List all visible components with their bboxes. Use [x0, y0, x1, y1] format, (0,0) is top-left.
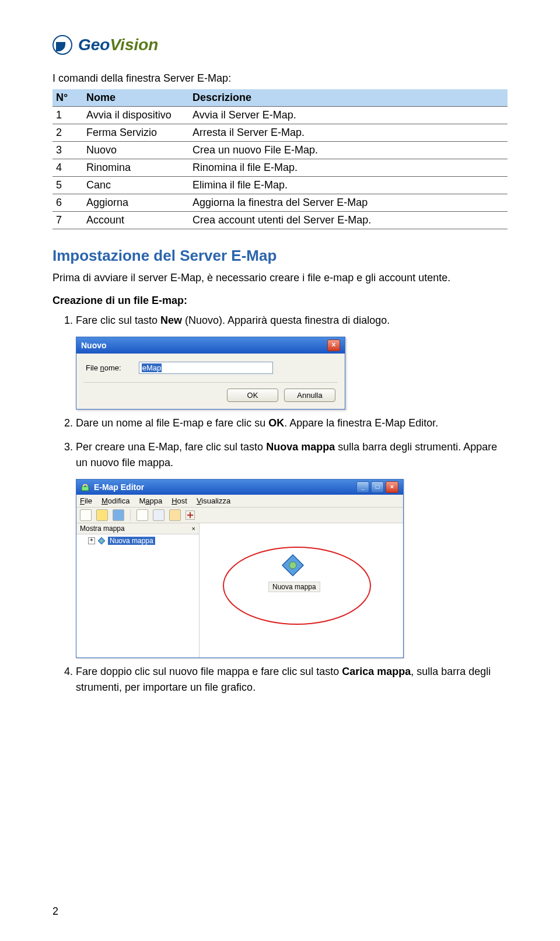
menu-item[interactable]: File — [80, 496, 92, 505]
editor-window: E-Map Editor _ □ × FileModificaMappaHost… — [76, 479, 404, 658]
steps-list: Fare clic sul tasto New (Nuovo). Apparir… — [52, 313, 508, 328]
close-icon[interactable]: × — [386, 481, 398, 493]
editor-canvas: Nuova mappa — [200, 523, 403, 657]
editor-titlebar: E-Map Editor _ □ × — [76, 480, 403, 495]
col-nome: Nome — [83, 89, 189, 107]
table-row: 3NuovoCrea un nuovo File E-Map. — [52, 142, 508, 159]
section-intro: Prima di avviare il server E-Map, è nece… — [52, 271, 508, 285]
steps-list-cont: Dare un nome al file E-map e fare clic s… — [52, 415, 508, 471]
table-cell: 5 — [52, 177, 83, 194]
table-cell: 3 — [52, 142, 83, 159]
file-name-label: File nome: — [86, 363, 121, 372]
menu-item[interactable]: Mappa — [139, 496, 162, 505]
table-cell: 1 — [52, 107, 83, 124]
menu-item[interactable]: Visualizza — [197, 496, 230, 505]
figure-editor: E-Map Editor _ □ × FileModificaMappaHost… — [76, 479, 508, 658]
canvas-caption: Nuova mappa — [268, 582, 320, 592]
table-row: 1Avvia il dispositivoAvvia il Server E-M… — [52, 107, 508, 124]
table-row: 7AccountCrea account utenti del Server E… — [52, 212, 508, 229]
step-4: Fare doppio clic sul nuovo file mappa e … — [76, 664, 508, 695]
table-cell: Canc — [83, 177, 189, 194]
delete-icon[interactable] — [186, 510, 195, 520]
table-cell: Crea un nuovo File E-Map. — [189, 142, 508, 159]
brand-logo: GeoVision — [52, 35, 508, 55]
table-cell: Nuovo — [83, 142, 189, 159]
menu-item[interactable]: Host — [172, 496, 187, 505]
close-icon[interactable]: × — [327, 340, 340, 351]
tree-close-icon[interactable]: × — [192, 525, 195, 532]
logo-text: GeoVision — [78, 36, 158, 54]
subheading: Creazione di un file E-map: — [52, 295, 508, 307]
new-map-icon[interactable] — [281, 554, 304, 577]
logo-mark-icon — [52, 35, 72, 55]
ok-button[interactable]: OK — [227, 389, 278, 402]
dialog-titlebar: Nuovo × — [76, 337, 345, 354]
toolbar — [76, 508, 403, 523]
cancel-button[interactable]: Annulla — [284, 389, 335, 402]
svg-rect-0 — [82, 487, 89, 491]
tree-item-label: Nuova mappa — [108, 537, 155, 545]
table-cell: Avvia il Server E-Map. — [189, 107, 508, 124]
table-cell: Elimina il file E-Map. — [189, 177, 508, 194]
file-name-input[interactable]: eMap — [139, 362, 273, 374]
table-cell: Arresta il Server E-Map. — [189, 124, 508, 142]
table-row: 6AggiornaAggiorna la finestra del Server… — [52, 194, 508, 212]
table-cell: Rinomina — [83, 159, 189, 177]
tree-pane: Mostra mappa × + Nuova mappa — [76, 523, 200, 657]
figure-nuovo-dialog: Nuovo × File nome: eMap OK Annulla — [76, 337, 508, 410]
steps-list-cont2: Fare doppio clic sul nuovo file mappa e … — [52, 664, 508, 695]
minimize-icon[interactable]: _ — [356, 481, 369, 493]
tree-tab: Mostra mappa × — [76, 523, 199, 534]
toolbar-separator — [130, 509, 131, 521]
commands-table: N° Nome Descrizione 1Avvia il dispositiv… — [52, 89, 508, 229]
table-cell: Aggiorna la finestra del Server E-Map — [189, 194, 508, 212]
table-cell: 7 — [52, 212, 83, 229]
table-cell: 2 — [52, 124, 83, 142]
col-n: N° — [52, 89, 83, 107]
window-buttons: _ □ × — [356, 481, 398, 493]
col-desc: Descrizione — [189, 89, 508, 107]
intro-text: I comandi della finestra Server E-Map: — [52, 72, 508, 85]
step-3: Per creare una E-Map, fare clic sul tast… — [76, 439, 508, 471]
save-icon[interactable] — [113, 509, 124, 521]
new-file-icon[interactable] — [80, 509, 92, 521]
table-cell: Aggiorna — [83, 194, 189, 212]
table-row: 4RinominaRinomina il file E-Map. — [52, 159, 508, 177]
tree-item[interactable]: + Nuova mappa — [76, 534, 199, 547]
step-2: Dare un nome al file E-map e fare clic s… — [76, 415, 508, 431]
table-cell: Crea account utenti del Server E-Map. — [189, 212, 508, 229]
section-heading: Impostazione del Server E-Map — [52, 247, 508, 265]
dialog-body: File nome: eMap OK Annulla — [76, 354, 345, 409]
rename-icon[interactable] — [169, 509, 181, 521]
editor-body: Mostra mappa × + Nuova mappa — [76, 523, 403, 657]
open-folder-icon[interactable] — [96, 509, 108, 521]
host-icon[interactable] — [153, 509, 164, 521]
editor-title: E-Map Editor — [94, 482, 144, 492]
editor-app-icon — [81, 484, 89, 492]
table-row: 5CancElimina il file E-Map. — [52, 177, 508, 194]
step-1: Fare clic sul tasto New (Nuovo). Apparir… — [76, 313, 508, 328]
maximize-icon[interactable]: □ — [371, 481, 384, 493]
dialog-title: Nuovo — [81, 341, 107, 350]
menu-item[interactable]: Modifica — [102, 496, 130, 505]
separator — [83, 382, 338, 383]
table-header: N° Nome Descrizione — [52, 89, 508, 107]
svg-point-4 — [289, 562, 296, 569]
table-cell: 4 — [52, 159, 83, 177]
menu-bar: FileModificaMappaHostVisualizza — [76, 495, 403, 508]
map-icon[interactable] — [136, 509, 148, 521]
table-cell: Account — [83, 212, 189, 229]
table-cell: Rinomina il file E-Map. — [189, 159, 508, 177]
map-node-icon — [97, 537, 106, 545]
dialog-nuovo: Nuovo × File nome: eMap OK Annulla — [76, 337, 345, 410]
expand-icon[interactable]: + — [88, 537, 95, 544]
svg-point-2 — [100, 540, 103, 542]
table-row: 2Ferma ServizioArresta il Server E-Map. — [52, 124, 508, 142]
page-number: 2 — [52, 905, 58, 918]
table-cell: Ferma Servizio — [83, 124, 189, 142]
table-cell: 6 — [52, 194, 83, 212]
table-cell: Avvia il dispositivo — [83, 107, 189, 124]
